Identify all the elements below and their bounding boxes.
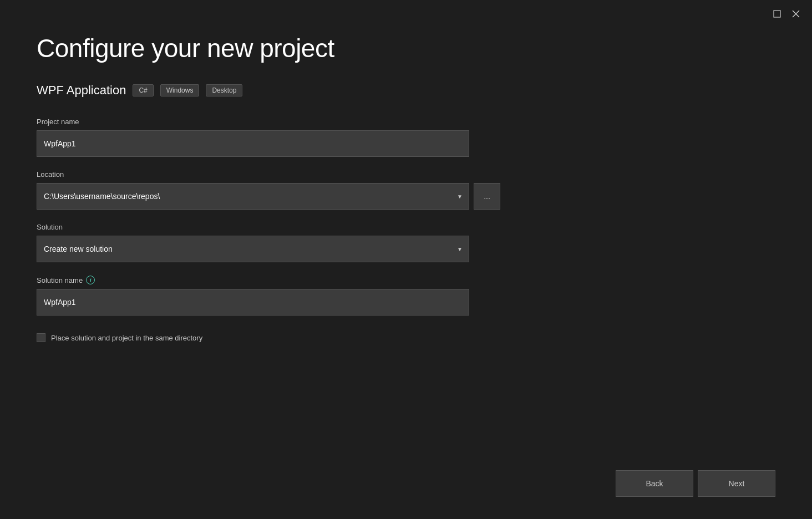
tag-desktop: Desktop [206,84,242,96]
solution-name-section: Solution name i [37,276,775,316]
tag-csharp: C# [133,84,153,96]
project-name-label: Project name [37,118,775,126]
project-name-section: Project name [37,118,775,157]
page-title: Configure your new project [37,33,775,63]
same-directory-row: Place solution and project in the same d… [37,333,775,342]
location-select[interactable]: C:\Users\username\source\repos\ [37,183,469,210]
browse-button[interactable]: ... [474,183,500,210]
same-directory-checkbox[interactable] [37,333,45,342]
solution-name-info-icon[interactable]: i [86,276,95,284]
location-label: Location [37,170,775,179]
solution-select-wrapper: Create new solutionAdd to solution ▼ [37,236,469,262]
project-type-row: WPF Application C# Windows Desktop [37,83,775,98]
close-button[interactable] [791,9,801,19]
same-directory-label[interactable]: Place solution and project in the same d… [51,334,202,342]
location-section: Location C:\Users\username\source\repos\… [37,170,775,210]
solution-name-input[interactable] [37,289,469,316]
solution-name-label: Solution name i [37,276,775,284]
solution-select[interactable]: Create new solutionAdd to solution [37,236,469,262]
maximize-button[interactable] [772,9,782,19]
project-type-name: WPF Application [37,83,126,98]
location-select-wrapper: C:\Users\username\source\repos\ ▼ [37,183,469,210]
location-row: C:\Users\username\source\repos\ ▼ ... [37,183,775,210]
back-button[interactable]: Back [616,470,693,497]
tag-windows: Windows [160,84,200,96]
bottom-bar: Back Next [616,470,775,497]
window-controls [772,9,801,19]
next-button[interactable]: Next [698,470,775,497]
solution-section: Solution Create new solutionAdd to solut… [37,223,775,262]
main-content: Configure your new project WPF Applicati… [0,0,812,519]
svg-rect-0 [774,11,780,17]
solution-label: Solution [37,223,775,231]
project-name-input[interactable] [37,130,469,157]
